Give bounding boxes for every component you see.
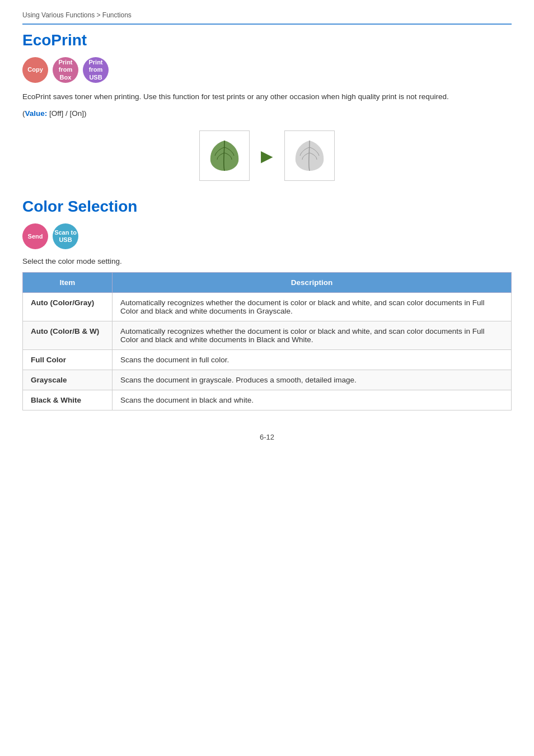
- print-from-usb-badge: Print from USB: [83, 57, 109, 83]
- table-row: GrayscaleScans the document in grayscale…: [23, 370, 512, 390]
- scan-to-usb-badge: Scan to USB: [53, 223, 78, 249]
- col-description-header: Description: [113, 273, 512, 293]
- item-cell: Grayscale: [23, 370, 113, 390]
- select-color-text: Select the color mode setting.: [22, 257, 512, 265]
- leaf-before: [199, 130, 250, 181]
- color-selection-section: Color Selection Send Scan to USB Select …: [22, 198, 512, 410]
- item-cell: Black & White: [23, 390, 113, 410]
- item-cell: Auto (Color/Gray): [23, 293, 113, 321]
- ecoprint-title: EcoPrint: [22, 31, 512, 49]
- page-number: 6-12: [22, 433, 512, 441]
- description-cell: Automatically recognizes whether the doc…: [113, 321, 512, 350]
- ecoprint-value: (Value: [Off] / [On]): [22, 108, 512, 120]
- leaf-after: [284, 130, 335, 181]
- color-selection-table: Item Description Auto (Color/Gray)Automa…: [22, 272, 512, 410]
- table-row: Auto (Color/B & W)Automatically recogniz…: [23, 321, 512, 350]
- value-label: Value:: [25, 109, 48, 118]
- ecoprint-badges: Copy Print from Box Print from USB: [22, 57, 512, 83]
- color-selection-badges: Send Scan to USB: [22, 223, 512, 249]
- table-row: Full ColorScans the document in full col…: [23, 350, 512, 370]
- breadcrumb: Using Various Functions > Functions: [22, 11, 512, 25]
- description-cell: Scans the document in grayscale. Produce…: [113, 370, 512, 390]
- ecoprint-image: ▶: [22, 130, 512, 181]
- description-cell: Scans the document in full color.: [113, 350, 512, 370]
- arrow-icon: ▶: [261, 147, 273, 165]
- ecoprint-section: EcoPrint Copy Print from Box Print from …: [22, 31, 512, 181]
- item-cell: Full Color: [23, 350, 113, 370]
- copy-badge: Copy: [22, 57, 48, 83]
- leaf-gray-icon: [290, 136, 329, 175]
- description-cell: Automatically recognizes whether the doc…: [113, 293, 512, 321]
- description-cell: Scans the document in black and white.: [113, 390, 512, 410]
- send-badge: Send: [22, 223, 48, 249]
- col-item-header: Item: [23, 273, 113, 293]
- item-cell: Auto (Color/B & W): [23, 321, 113, 350]
- ecoprint-description: EcoPrint saves toner when printing. Use …: [22, 91, 512, 103]
- color-selection-title: Color Selection: [22, 198, 512, 216]
- table-row: Black & WhiteScans the document in black…: [23, 390, 512, 410]
- print-from-box-badge: Print from Box: [53, 57, 78, 83]
- leaf-green-icon: [205, 136, 244, 175]
- value-options: [Off] / [On]: [47, 109, 84, 118]
- table-row: Auto (Color/Gray)Automatically recognize…: [23, 293, 512, 321]
